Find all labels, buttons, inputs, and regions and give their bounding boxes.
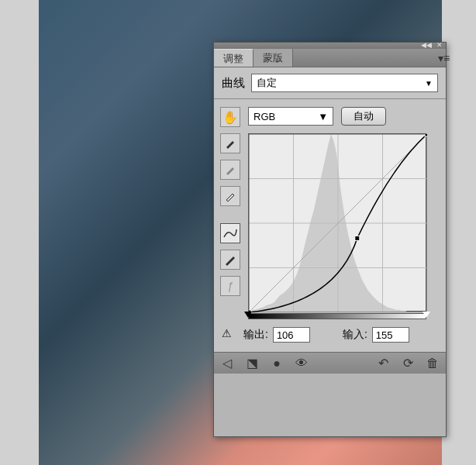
pencil-curve-tool[interactable] bbox=[220, 250, 240, 270]
svg-rect-10 bbox=[425, 134, 427, 136]
close-icon[interactable]: ✕ bbox=[436, 41, 443, 49]
adjustments-panel: ◀◀ ✕ 调整 蒙版 ▾≡ 曲线 自定 ▼ ✋ ƒ bbox=[213, 42, 447, 437]
output-label: 输出: bbox=[243, 328, 268, 342]
curves-tool-column: ✋ ƒ bbox=[219, 107, 242, 319]
panel-topbar: ◀◀ ✕ bbox=[214, 43, 446, 49]
clip-warning-icon[interactable]: ⚠ bbox=[222, 327, 239, 343]
back-icon[interactable]: ◁ bbox=[220, 356, 234, 370]
trash-icon[interactable]: 🗑 bbox=[426, 356, 440, 370]
auto-button[interactable]: 自动 bbox=[341, 107, 386, 126]
reset-icon[interactable]: ⟳ bbox=[401, 356, 415, 370]
eyedropper-gray[interactable] bbox=[220, 160, 240, 180]
panel-bottombar: ◁ ⬔ ● 👁 ↶ ⟳ 🗑 bbox=[214, 352, 446, 374]
panel-menu-icon[interactable]: ▾≡ bbox=[433, 49, 446, 67]
point-curve-tool[interactable] bbox=[220, 223, 240, 243]
panel-tabs: 调整 蒙版 ▾≡ bbox=[214, 49, 446, 67]
input-field[interactable]: 155 bbox=[372, 327, 409, 343]
clip-layer-icon[interactable]: ● bbox=[270, 356, 284, 370]
visibility-icon[interactable]: 👁 bbox=[295, 356, 309, 370]
output-field[interactable]: 106 bbox=[273, 327, 310, 343]
tab-adjustments[interactable]: 调整 bbox=[214, 49, 254, 67]
black-point-slider[interactable] bbox=[244, 312, 252, 318]
curves-graph[interactable] bbox=[248, 133, 426, 312]
tab-mask[interactable]: 蒙版 bbox=[254, 49, 293, 67]
smooth-tool[interactable]: ƒ bbox=[220, 276, 240, 296]
expand-icon[interactable]: ⬔ bbox=[245, 356, 259, 370]
chevron-down-icon: ▼ bbox=[318, 111, 328, 122]
preset-dropdown[interactable]: 自定 ▼ bbox=[251, 74, 438, 92]
channel-value: RGB bbox=[254, 111, 275, 122]
collapse-icon[interactable]: ◀◀ bbox=[421, 41, 432, 49]
svg-rect-9 bbox=[355, 236, 360, 240]
previous-state-icon[interactable]: ↶ bbox=[376, 356, 390, 370]
chevron-down-icon: ▼ bbox=[425, 79, 433, 88]
eyedropper-white[interactable] bbox=[220, 186, 240, 206]
eyedropper-black[interactable] bbox=[220, 133, 240, 153]
input-label: 输入: bbox=[343, 328, 367, 342]
preset-value: 自定 bbox=[257, 76, 277, 90]
input-slider-track[interactable] bbox=[248, 312, 426, 319]
target-adjust-tool[interactable]: ✋ bbox=[220, 107, 240, 127]
channel-dropdown[interactable]: RGB ▼ bbox=[248, 107, 333, 126]
white-point-slider[interactable] bbox=[423, 312, 430, 318]
curves-title: 曲线 bbox=[222, 76, 245, 91]
